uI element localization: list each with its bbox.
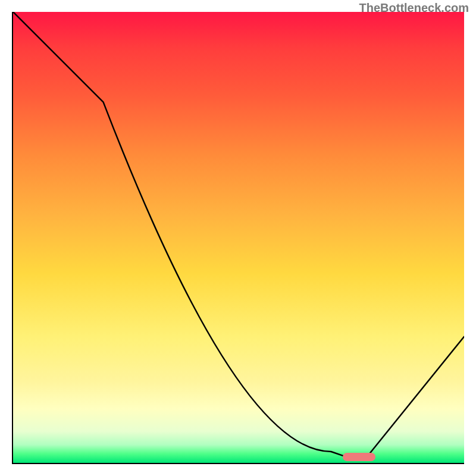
curve-line <box>13 12 464 463</box>
optimal-range-marker <box>343 453 375 461</box>
watermark-text: TheBottleneck.com <box>359 1 469 15</box>
chart-plot-area <box>12 12 464 464</box>
